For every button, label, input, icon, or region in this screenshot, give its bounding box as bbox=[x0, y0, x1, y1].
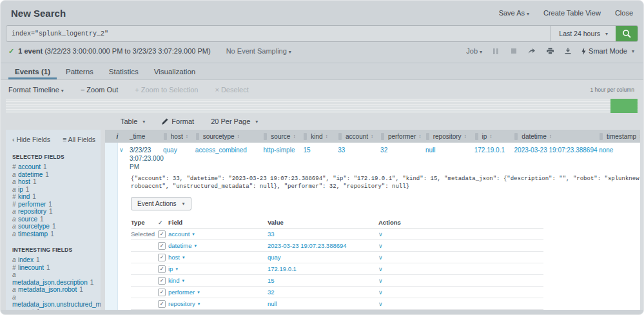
field-actions-chevron-icon[interactable]: ∨ bbox=[378, 254, 383, 261]
select-all-check-icon[interactable]: ✓ bbox=[158, 219, 163, 226]
field-value-link[interactable]: null bbox=[268, 300, 378, 307]
print-job-icon[interactable] bbox=[545, 47, 554, 55]
column-header-host[interactable]: host↕ bbox=[162, 130, 194, 143]
event-ip[interactable]: 172.19.0.1 bbox=[473, 146, 513, 171]
sidebar-field-datetime[interactable]: adatetime1 bbox=[12, 171, 95, 179]
field-select-checkbox[interactable]: ✓ bbox=[158, 265, 166, 273]
sort-icon[interactable]: ↕ bbox=[418, 134, 421, 139]
event-host[interactable]: quay bbox=[162, 146, 194, 171]
field-name-link[interactable]: repository bbox=[18, 208, 46, 215]
field-actions-chevron-icon[interactable]: ∨ bbox=[378, 266, 383, 272]
event-actions-button[interactable]: Event Actions▾ bbox=[131, 197, 191, 210]
timeline-event-bar[interactable] bbox=[610, 99, 638, 113]
field-value-link[interactable]: 2023-03-23 19:07:23.388694 bbox=[268, 242, 378, 249]
sidebar-field-kind[interactable]: #kind1 bbox=[12, 193, 95, 201]
field-name-link[interactable]: performer bbox=[168, 289, 195, 296]
field-name-link[interactable]: account bbox=[168, 230, 190, 238]
search-button[interactable] bbox=[616, 26, 638, 41]
search-input[interactable]: index="splunk_logentry_2" bbox=[6, 26, 551, 41]
view-mode-menu[interactable]: Table▾ bbox=[121, 117, 145, 125]
field-name-link[interactable]: account bbox=[18, 163, 41, 170]
column-header-account[interactable]: account↕ bbox=[337, 130, 379, 143]
field-actions-chevron-icon[interactable]: ∨ bbox=[378, 231, 383, 238]
sidebar-field-metadata_json.robot[interactable]: ametadata_json.robot1 bbox=[12, 286, 95, 294]
sidebar-field-metadata_json.unstructured_metadata[interactable]: ametadata_json.unstructured_metadata1 bbox=[12, 294, 95, 309]
sort-icon[interactable]: ↕ bbox=[186, 134, 188, 139]
tab-visualization[interactable]: Visualization bbox=[146, 65, 203, 79]
sort-icon[interactable]: ↕ bbox=[549, 134, 552, 139]
tab-statistics[interactable]: Statistics bbox=[101, 65, 146, 79]
format-results-button[interactable]: Format bbox=[162, 117, 194, 125]
tab-patterns[interactable]: Patterns bbox=[58, 65, 101, 79]
field-value-link[interactable]: 33 bbox=[268, 230, 378, 238]
field-actions-chevron-icon[interactable]: ∨ bbox=[378, 278, 383, 284]
field-value-link[interactable]: 15 bbox=[268, 277, 378, 284]
column-header-sourcetype[interactable]: sourcetype↕ bbox=[194, 130, 262, 143]
column-header-timestamp[interactable]: timestamp↕ bbox=[598, 130, 640, 143]
column-resize-grip[interactable] bbox=[264, 133, 267, 140]
sort-icon[interactable]: ↕ bbox=[371, 134, 373, 139]
column-resize-grip[interactable] bbox=[600, 133, 603, 140]
column-header-source[interactable]: source↕ bbox=[262, 130, 302, 143]
sort-icon[interactable]: ↕ bbox=[293, 134, 295, 139]
column-header-performer[interactable]: performer↕ bbox=[379, 130, 424, 143]
field-name-link[interactable]: kind bbox=[168, 277, 179, 284]
field-name-link[interactable]: datetime bbox=[18, 171, 43, 178]
search-mode-menu[interactable]: Smart Mode▾ bbox=[581, 47, 634, 55]
field-select-checkbox[interactable]: ✓ bbox=[158, 242, 166, 250]
event-sourcetype[interactable]: access_combined bbox=[194, 146, 262, 171]
field-name-link[interactable]: datetime bbox=[168, 242, 191, 249]
all-fields-button[interactable]: ≡ All Fields bbox=[63, 136, 95, 143]
column-resize-grip[interactable] bbox=[514, 133, 518, 140]
column-resize-grip[interactable] bbox=[475, 133, 478, 140]
collapse-event-chevron-icon[interactable]: ∨ bbox=[119, 146, 124, 171]
per-page-menu[interactable]: 20 Per Page▾ bbox=[211, 117, 258, 125]
sort-icon[interactable]: ↕ bbox=[489, 134, 492, 139]
share-job-icon[interactable] bbox=[527, 47, 536, 55]
field-name-link[interactable]: sourcetype bbox=[18, 223, 50, 230]
field-name-link[interactable]: metadata_json.unstructured_metadata bbox=[12, 301, 101, 308]
field-value-link[interactable]: 172.19.0.1 bbox=[268, 265, 378, 272]
event-timestamp[interactable]: none bbox=[598, 146, 640, 171]
sort-icon[interactable]: ↕ bbox=[464, 134, 467, 139]
sidebar-field-ip[interactable]: aip1 bbox=[12, 186, 95, 194]
field-actions-chevron-icon[interactable]: ∨ bbox=[378, 289, 383, 296]
field-name-link[interactable]: ip bbox=[168, 265, 173, 272]
sort-icon[interactable]: ↕ bbox=[639, 134, 640, 139]
column-resize-grip[interactable] bbox=[426, 133, 429, 140]
field-actions-chevron-icon[interactable]: ∨ bbox=[378, 301, 383, 307]
column-resize-grip[interactable] bbox=[381, 133, 384, 140]
column-header-datetime[interactable]: datetime↕ bbox=[512, 130, 598, 143]
event-repository[interactable]: null bbox=[424, 146, 473, 171]
column-header-kind[interactable]: kind↕ bbox=[302, 130, 337, 143]
field-name-link[interactable]: linecount bbox=[18, 264, 44, 271]
sidebar-field-index[interactable]: aindex1 bbox=[12, 256, 95, 264]
field-name-link[interactable]: host bbox=[168, 254, 180, 261]
field-select-checkbox[interactable]: ✓ bbox=[158, 289, 166, 296]
sidebar-field-account[interactable]: #account1 bbox=[12, 163, 95, 171]
sort-icon[interactable]: ↕ bbox=[237, 134, 240, 139]
column-resize-grip[interactable] bbox=[304, 133, 307, 140]
sidebar-field-source[interactable]: asource1 bbox=[12, 216, 95, 223]
field-name-link[interactable]: host bbox=[18, 178, 30, 185]
format-timeline-menu[interactable]: Format Timeline▾ bbox=[8, 86, 64, 94]
sidebar-field-sourcetype[interactable]: asourcetype1 bbox=[12, 223, 95, 230]
stop-job-icon[interactable] bbox=[509, 47, 518, 55]
sort-icon[interactable]: ↕ bbox=[326, 134, 328, 139]
sidebar-field-metadata_json.description[interactable]: ametadata_json.description1 bbox=[12, 271, 95, 286]
event-account[interactable]: 33 bbox=[337, 146, 379, 171]
field-name-link[interactable]: kind bbox=[18, 193, 30, 200]
event-sampling-menu[interactable]: No Event Sampling▾ bbox=[226, 47, 291, 55]
event-timeline-chart[interactable] bbox=[6, 99, 638, 113]
save-as-button[interactable]: Save As▾ bbox=[499, 9, 529, 17]
field-actions-chevron-icon[interactable]: ∨ bbox=[378, 243, 383, 249]
field-name-link[interactable]: timestamp bbox=[18, 230, 48, 238]
field-select-checkbox[interactable]: ✓ bbox=[158, 277, 166, 285]
sidebar-field-performer[interactable]: #performer1 bbox=[12, 201, 95, 208]
field-name-link[interactable]: performer bbox=[18, 201, 46, 208]
job-menu[interactable]: Job▾ bbox=[466, 47, 482, 55]
export-job-icon[interactable] bbox=[563, 47, 572, 55]
column-resize-grip[interactable] bbox=[196, 133, 199, 140]
create-table-view-button[interactable]: Create Table View bbox=[543, 9, 601, 17]
field-name-link[interactable]: metadata_json.description bbox=[12, 279, 88, 286]
